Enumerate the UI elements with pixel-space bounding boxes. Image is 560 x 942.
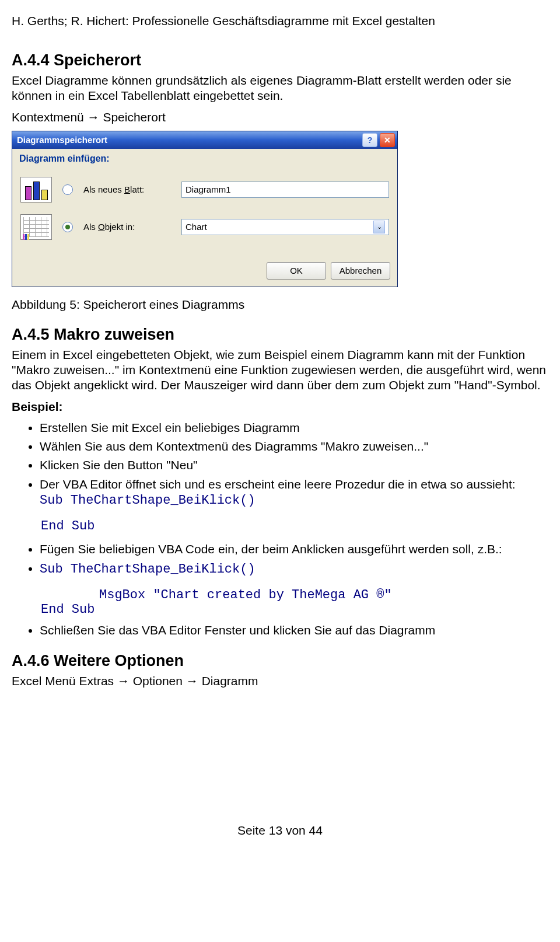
label-als-objekt-in: Als Objekt in: (83, 222, 171, 232)
help-button[interactable]: ? (362, 133, 377, 147)
doc-header: H. Gerths; R. Hichert: Professionelle Ge… (12, 14, 548, 28)
dialog-titlebar: Diagrammspeicherort ? ✕ (12, 131, 397, 149)
code-line: End Sub (12, 602, 548, 617)
list-item: Klicken Sie den Button "Neu" (40, 458, 548, 473)
dialog-title: Diagrammspeicherort (17, 135, 107, 145)
heading-a44: A.4.4 Speicherort (12, 51, 548, 69)
list-item: Wählen Sie aus dem Kontextmenü des Diagr… (40, 439, 548, 454)
figure-caption-5: Abbildung 5: Speicherort eines Diagramms (12, 298, 548, 312)
sheet-chart-icon (20, 177, 52, 203)
radio-als-objekt-in[interactable] (62, 222, 73, 232)
code-line: MsgBox "Chart created by TheMega AG ®" (12, 588, 548, 602)
list-item: Der VBA Editor öffnet sich und es ersche… (40, 477, 548, 509)
close-button[interactable]: ✕ (380, 133, 395, 147)
list-item: Fügen Sie beliebigen VBA Code ein, der b… (40, 542, 548, 557)
heading-a45: A.4.5 Makro zuweisen (12, 326, 548, 344)
path-a44: Kontextmenü → Speicherort (12, 110, 548, 125)
paragraph-a44: Excel Diagramme können grundsätzlich als… (12, 73, 548, 104)
code-line: Sub TheChartShape_BeiKlick() (40, 493, 256, 508)
code-line: End Sub (12, 519, 548, 533)
paragraph-a45: Einem in Excel eingebetteten Objekt, wie… (12, 347, 548, 393)
radio-als-neues-blatt[interactable] (62, 184, 73, 195)
path-a46: Excel Menü Extras → Optionen → Diagramm (12, 674, 548, 689)
ok-button[interactable]: OK (267, 262, 326, 280)
embedded-object-icon (20, 214, 52, 240)
cancel-button[interactable]: Abbrechen (331, 262, 390, 280)
input-blatt-name[interactable]: Diagramm1 (181, 182, 389, 198)
dropdown-objekt-in[interactable]: Chart ⌄ (181, 219, 389, 235)
label-als-neues-blatt: Als neues Blatt: (83, 184, 171, 194)
dialog-diagrammspeicherort: Diagrammspeicherort ? ✕ Diagramm einfüge… (12, 131, 398, 287)
list-item: Erstellen Sie mit Excel ein beliebiges D… (40, 420, 548, 435)
chevron-down-icon[interactable]: ⌄ (373, 221, 385, 233)
list-item: Schließen Sie das VBA Editor Fenster und… (40, 623, 548, 638)
heading-a46: A.4.6 Weitere Optionen (12, 652, 548, 670)
beispiel-label: Beispiel: (12, 399, 548, 414)
dialog-subtitle: Diagramm einfügen: (12, 149, 397, 166)
page-footer: Seite 13 von 44 (12, 824, 548, 838)
list-item: Sub TheChartShape_BeiKlick() (40, 561, 548, 578)
